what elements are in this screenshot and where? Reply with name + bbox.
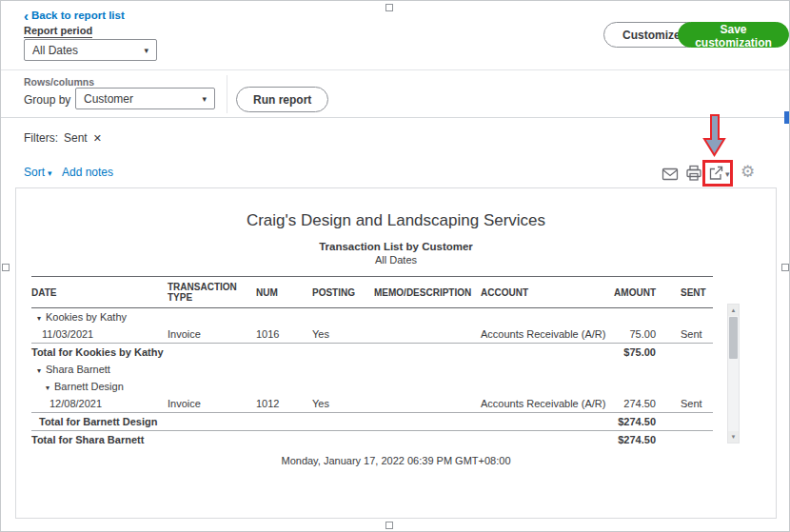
company-name: Craig's Design and Landscaping Services bbox=[16, 211, 776, 230]
num-cell: 1016 bbox=[256, 328, 312, 340]
chevron-left-icon: ‹ bbox=[24, 10, 29, 21]
group-row: ▾Barnett Design bbox=[31, 378, 713, 395]
date-cell[interactable]: 12/08/2021 bbox=[31, 398, 168, 409]
add-notes-link[interactable]: Add notes bbox=[62, 166, 113, 179]
annotation-highlight-box bbox=[702, 160, 733, 187]
total-row: Total for Shara Barnett$274.50 bbox=[31, 430, 713, 448]
column-header: MEMO/DESCRIPTION bbox=[374, 287, 481, 298]
column-header: NUM bbox=[256, 287, 312, 298]
total-amount: $75.00 bbox=[606, 346, 669, 358]
collapse-caret-icon[interactable]: ▾ bbox=[37, 366, 41, 375]
vertical-divider bbox=[227, 75, 227, 113]
settings-icon[interactable]: ⚙ bbox=[741, 163, 755, 181]
group-label: Kookies by Kathy bbox=[46, 311, 127, 323]
scroll-up-icon[interactable]: ▲ bbox=[728, 305, 739, 316]
column-header: TRANSACTION TYPE bbox=[168, 282, 256, 303]
email-icon[interactable] bbox=[662, 166, 679, 183]
transaction-type-cell: Invoice bbox=[168, 398, 256, 409]
report-period-text: All Dates bbox=[16, 254, 776, 266]
section-divider bbox=[1, 117, 789, 118]
total-label: Total for Shara Barnett bbox=[31, 434, 606, 445]
total-amount: $274.50 bbox=[606, 416, 669, 427]
table-body: ▾Kookies by Kathy11/03/2021Invoice1016Ye… bbox=[31, 308, 713, 448]
save-customization-button[interactable]: Save customization bbox=[678, 22, 789, 48]
sent-cell: Sent bbox=[669, 398, 713, 409]
group-by-value: Customer bbox=[84, 92, 133, 106]
column-header: SENT bbox=[669, 287, 713, 298]
run-report-button[interactable]: Run report bbox=[236, 87, 328, 112]
back-link-label: Back to report list bbox=[31, 10, 125, 21]
report-period-label: Report period bbox=[24, 25, 92, 38]
data-row: 11/03/2021Invoice1016YesAccounts Receiva… bbox=[31, 325, 713, 343]
date-cell[interactable]: 11/03/2021 bbox=[31, 328, 168, 340]
table-header-row: DATETRANSACTION TYPENUMPOSTINGMEMO/DESCR… bbox=[31, 276, 713, 308]
report-title: Transaction List by Customer bbox=[16, 241, 776, 252]
selection-handle-top[interactable] bbox=[385, 4, 393, 11]
print-icon[interactable] bbox=[685, 165, 702, 182]
data-row: 12/08/2021Invoice1012YesAccounts Receiva… bbox=[31, 395, 713, 412]
remove-filter-icon[interactable]: ✕ bbox=[93, 132, 102, 145]
total-label: Total for Kookies by Kathy bbox=[31, 346, 606, 358]
group-row: ▾Shara Barnett bbox=[31, 361, 713, 378]
dropdown-caret-icon: ▾ bbox=[144, 46, 148, 55]
filter-chip-label: Sent bbox=[64, 131, 88, 145]
report-period-value: All Dates bbox=[32, 44, 78, 57]
total-amount: $274.50 bbox=[606, 434, 669, 445]
total-row: Total for Barnett Design$274.50 bbox=[31, 412, 713, 430]
amount-cell: 274.50 bbox=[606, 398, 669, 409]
posting-cell: Yes bbox=[312, 398, 374, 409]
column-header: ACCOUNT bbox=[481, 287, 606, 298]
page-scrollbar-fragment[interactable] bbox=[784, 111, 789, 124]
rows-columns-label: Rows/columns bbox=[24, 76, 94, 88]
transaction-type-cell: Invoice bbox=[168, 328, 256, 340]
table-scrollbar[interactable]: ▲ ▼ bbox=[727, 304, 740, 443]
total-label: Total for Barnett Design bbox=[31, 416, 606, 427]
annotation-down-arrow bbox=[702, 113, 726, 158]
selection-handle-bottom[interactable] bbox=[385, 522, 393, 529]
total-row: Total for Kookies by Kathy$75.00 bbox=[31, 343, 713, 361]
sent-cell: Sent bbox=[669, 328, 713, 340]
dropdown-caret-icon: ▾ bbox=[202, 94, 207, 104]
scroll-down-icon[interactable]: ▼ bbox=[728, 431, 739, 443]
scrollbar-thumb[interactable] bbox=[729, 317, 738, 359]
sort-button[interactable]: Sort▾ bbox=[24, 166, 52, 179]
account-cell: Accounts Receivable (A/R) bbox=[481, 398, 606, 409]
selection-handle-right[interactable] bbox=[781, 264, 789, 271]
collapse-caret-icon[interactable]: ▾ bbox=[37, 314, 41, 323]
filters-label: Filters: bbox=[24, 131, 58, 145]
report-footer-timestamp: Monday, January 17, 2022 06:39 PM GMT+08… bbox=[16, 455, 776, 466]
collapse-caret-icon[interactable]: ▾ bbox=[46, 384, 49, 392]
report-card: Craig's Design and Landscaping Services … bbox=[15, 187, 777, 519]
selection-handle-left[interactable] bbox=[2, 264, 10, 271]
group-by-label: Group by bbox=[24, 93, 70, 107]
group-label: Shara Barnett bbox=[46, 364, 110, 375]
group-by-dropdown[interactable]: Customer ▾ bbox=[75, 88, 215, 109]
report-period-dropdown[interactable]: All Dates ▾ bbox=[24, 39, 157, 61]
sort-label: Sort bbox=[24, 166, 45, 179]
sort-caret-icon: ▾ bbox=[48, 168, 52, 178]
group-row: ▾Kookies by Kathy bbox=[31, 308, 713, 325]
screenshot-canvas: ‹ Back to report list Report period All … bbox=[0, 0, 790, 532]
filter-chip-sent[interactable]: Sent ✕ bbox=[64, 131, 102, 145]
transactions-table: DATETRANSACTION TYPENUMPOSTINGMEMO/DESCR… bbox=[31, 276, 713, 448]
amount-cell: 75.00 bbox=[606, 328, 669, 340]
account-cell: Accounts Receivable (A/R) bbox=[481, 328, 606, 340]
group-label: Barnett Design bbox=[54, 381, 124, 392]
column-header: POSTING bbox=[312, 287, 374, 298]
column-header: DATE bbox=[31, 287, 168, 298]
back-to-report-list-link[interactable]: ‹ Back to report list bbox=[24, 10, 125, 21]
section-divider bbox=[1, 69, 789, 70]
column-header: AMOUNT bbox=[606, 287, 669, 298]
posting-cell: Yes bbox=[312, 328, 374, 340]
num-cell: 1012 bbox=[256, 398, 312, 409]
